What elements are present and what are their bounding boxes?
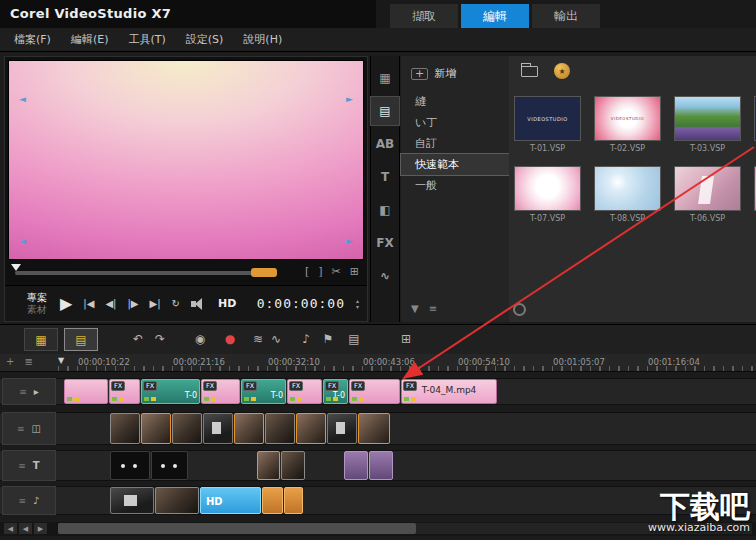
- menu-settings[interactable]: 設定(S): [176, 28, 234, 52]
- template-badge-icon[interactable]: ★: [554, 63, 570, 79]
- timeline-ruler[interactable]: + ≣ ▼ 00:00:10:22 00:00:21:16 00:00:32:1…: [0, 354, 756, 372]
- timeline-scrollbar[interactable]: ◀ ◀ ▶: [0, 522, 756, 536]
- category-item[interactable]: 縫: [401, 91, 509, 112]
- menu-edit[interactable]: 編輯(E): [61, 28, 119, 52]
- waveform-button[interactable]: ∿: [266, 329, 286, 349]
- title-clip[interactable]: [151, 451, 188, 480]
- track-list-button[interactable]: ≣: [24, 356, 32, 367]
- music-track-header[interactable]: ≡ ♪: [2, 486, 56, 515]
- scrollbar-thumb[interactable]: [58, 523, 416, 534]
- overlay-clip[interactable]: [203, 413, 233, 444]
- filter-icon[interactable]: ▼: [411, 303, 419, 314]
- tab-edit[interactable]: 編輯: [461, 4, 529, 28]
- template-thumbnail[interactable]: VIDEOSTUDIO T-01.VSP: [514, 96, 581, 153]
- title-clip[interactable]: [344, 451, 368, 480]
- ripple-record-button[interactable]: ●: [220, 329, 240, 349]
- storyboard-view-button[interactable]: ▦: [24, 328, 58, 351]
- video-clip[interactable]: FX T-0: [241, 379, 286, 404]
- overlay-clip[interactable]: [358, 413, 390, 444]
- music-clip[interactable]: [155, 487, 199, 514]
- motion-button[interactable]: ∿: [371, 262, 399, 290]
- track-manager-button[interactable]: ▤: [344, 329, 364, 349]
- menu-help[interactable]: 說明(H): [233, 28, 292, 52]
- video-clip[interactable]: FX T-0: [141, 379, 200, 404]
- timeline-view-button[interactable]: ▤: [64, 328, 98, 351]
- media-library-button[interactable]: ▦: [371, 64, 399, 92]
- category-item[interactable]: い丁: [401, 112, 509, 133]
- video-clip[interactable]: FX: [287, 379, 322, 404]
- track-grip-icon[interactable]: ≡: [17, 424, 25, 434]
- folder-icon[interactable]: [521, 66, 538, 77]
- template-thumbnail[interactable]: T-03.VSP: [674, 96, 741, 153]
- mark-in-icon[interactable]: [: [305, 265, 309, 278]
- menu-tools[interactable]: 工具(T): [118, 28, 175, 52]
- overlay-clip[interactable]: [265, 413, 295, 444]
- filter-button[interactable]: FX: [371, 229, 399, 257]
- scrub-bar[interactable]: [ ] ✂ ⊞: [5, 263, 367, 281]
- mark-out-icon[interactable]: ]: [318, 265, 322, 278]
- menu-file[interactable]: 檔案(F): [4, 28, 61, 52]
- timeline-settings-button[interactable]: ⊞: [396, 329, 416, 349]
- timeline-playhead[interactable]: ▼: [58, 356, 64, 365]
- graphic-button[interactable]: ◧: [371, 196, 399, 224]
- music-clip[interactable]: [110, 487, 154, 514]
- add-button[interactable]: + 新增: [411, 66, 509, 81]
- play-button[interactable]: ▶: [60, 294, 72, 313]
- title-clip[interactable]: [110, 451, 150, 480]
- gallery-sync-icon[interactable]: [513, 303, 526, 316]
- category-item[interactable]: 快速範本: [401, 154, 509, 175]
- redo-button[interactable]: ↷: [150, 329, 170, 349]
- track-grip-icon[interactable]: ≡: [19, 496, 27, 506]
- timecode-spinner[interactable]: ▴ ▾: [356, 298, 359, 310]
- title-clip[interactable]: [257, 451, 280, 480]
- scroll-left-button[interactable]: ◀: [4, 523, 17, 534]
- repeat-button[interactable]: ↻: [172, 298, 180, 309]
- scroll-right-button[interactable]: ▶: [34, 523, 47, 534]
- home-button[interactable]: |◀: [83, 298, 94, 309]
- template-thumbnail[interactable]: T-08.VSP: [594, 166, 661, 223]
- volume-icon[interactable]: [191, 298, 207, 310]
- overlay-clip[interactable]: [172, 413, 202, 444]
- scrub-playhead[interactable]: [11, 264, 21, 271]
- spin-down-icon[interactable]: ▾: [356, 304, 359, 310]
- hd-preview-button[interactable]: HD: [218, 297, 236, 310]
- video-clip[interactable]: FX: [201, 379, 240, 404]
- video-track-header[interactable]: ≡ ▸: [2, 378, 56, 405]
- template-thumbnail[interactable]: VIDEOSTUDIO T-02.VSP: [594, 96, 661, 153]
- music-clip[interactable]: [284, 487, 303, 514]
- chapter-button[interactable]: ⚑: [318, 329, 338, 349]
- record-capture-button[interactable]: ◉: [190, 329, 210, 349]
- track-grip-icon[interactable]: ≡: [19, 387, 27, 397]
- template-thumbnail[interactable]: T-06.VSP: [674, 166, 741, 223]
- sound-mixer-button[interactable]: ≋: [248, 329, 268, 349]
- auto-music-button[interactable]: ♪: [296, 329, 316, 349]
- track-add-button[interactable]: +: [6, 356, 14, 367]
- music-clip[interactable]: [262, 487, 283, 514]
- tab-share[interactable]: 輸出: [532, 4, 600, 28]
- transition-button[interactable]: AB: [371, 130, 399, 158]
- title-button[interactable]: T: [371, 163, 399, 191]
- track-grip-icon[interactable]: ≡: [18, 461, 26, 471]
- title-track-lane[interactable]: [0, 450, 756, 481]
- split-clip-icon[interactable]: ✂: [332, 265, 341, 278]
- trim-handle[interactable]: [251, 268, 277, 277]
- instant-project-button[interactable]: ▤: [371, 97, 399, 125]
- scrub-groove[interactable]: [15, 271, 277, 275]
- overlay-clip[interactable]: [234, 413, 264, 444]
- end-button[interactable]: ▶|: [150, 298, 161, 309]
- video-clip[interactable]: FX T-04_M.mp4: [401, 379, 497, 404]
- music-track-lane[interactable]: HD: [0, 486, 756, 515]
- title-clip[interactable]: [281, 451, 305, 480]
- prev-frame-button[interactable]: ◀|: [105, 298, 116, 309]
- overlay-clip[interactable]: [296, 413, 326, 444]
- overlay-clip[interactable]: [141, 413, 171, 444]
- overlay-clip[interactable]: [327, 413, 357, 444]
- overlay-clip[interactable]: [110, 413, 140, 444]
- category-item[interactable]: 一般: [401, 175, 509, 196]
- video-clip[interactable]: [64, 379, 108, 404]
- title-track-header[interactable]: ≡ T: [2, 450, 56, 481]
- video-clip[interactable]: FX T-0: [323, 379, 348, 404]
- video-track-lane[interactable]: FX FX T-0 FX FX T-0: [0, 378, 756, 405]
- overlay-track-header[interactable]: ≡ ◫: [2, 412, 56, 445]
- options-icon[interactable]: ≡: [429, 303, 437, 314]
